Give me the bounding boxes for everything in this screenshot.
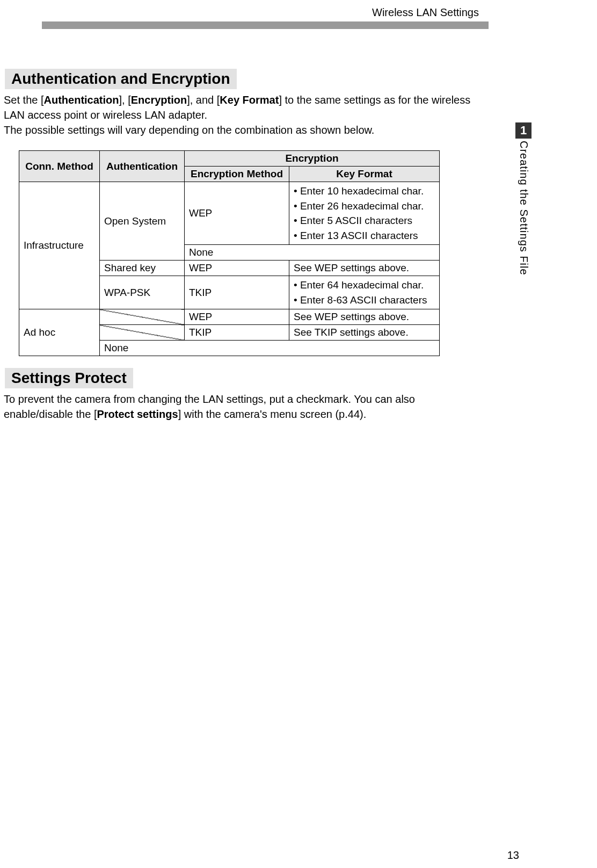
- cell-empty-diagonal: [100, 325, 185, 341]
- cell-open-system: Open System: [100, 182, 185, 261]
- cell-tkip-keys: • Enter 64 hexadecimal char. • Enter 8-6…: [289, 276, 440, 309]
- cell-see-tkip: See TKIP settings above.: [289, 325, 440, 341]
- th-key-format: Key Format: [289, 167, 440, 182]
- table-row: Infrastructure Open System WEP • Enter 1…: [19, 182, 440, 245]
- cell-adhoc: Ad hoc: [19, 309, 100, 356]
- cell-wep3: WEP: [185, 309, 289, 325]
- cell-wpa-psk: WPA-PSK: [100, 276, 185, 309]
- th-encryption-method: Encryption Method: [185, 167, 289, 182]
- section-heading-auth-encrypt: Authentication and Encryption: [5, 69, 237, 89]
- cell-wep: WEP: [185, 182, 289, 245]
- chapter-tab: 1 Creating the Settings File: [515, 122, 532, 276]
- cell-infrastructure: Infrastructure: [19, 182, 100, 309]
- cell-shared-key: Shared key: [100, 261, 185, 276]
- cell-see-wep: See WEP settings above.: [289, 261, 440, 276]
- cell-tkip2: TKIP: [185, 325, 289, 341]
- page-content: Authentication and Encryption Set the [A…: [3, 69, 486, 422]
- cell-tkip: TKIP: [185, 276, 289, 309]
- section-heading-settings-protect: Settings Protect: [5, 368, 133, 388]
- cell-none2: None: [100, 341, 440, 356]
- page-header-title: Wireless LAN Settings: [372, 6, 479, 19]
- encryption-settings-table: Conn. Method Authentication Encryption E…: [19, 150, 440, 356]
- th-authentication: Authentication: [100, 151, 185, 182]
- settings-protect-body: To prevent the camera from changing the …: [4, 392, 486, 422]
- page-number: 13: [507, 849, 519, 862]
- header-divider: [42, 21, 489, 29]
- cell-empty-diagonal: [100, 309, 185, 325]
- cell-see-wep2: See WEP settings above.: [289, 309, 440, 325]
- chapter-label: Creating the Settings File: [518, 141, 530, 276]
- chapter-number: 1: [515, 122, 532, 139]
- cell-none: None: [185, 245, 440, 261]
- th-encryption: Encryption: [185, 151, 440, 167]
- cell-wep2: WEP: [185, 261, 289, 276]
- table-row: Ad hoc WEP See WEP settings above.: [19, 309, 440, 325]
- th-conn-method: Conn. Method: [19, 151, 100, 182]
- auth-encrypt-intro: Set the [Authentication], [Encryption], …: [4, 92, 486, 138]
- cell-wep-keys: • Enter 10 hexadecimal char. • Enter 26 …: [289, 182, 440, 245]
